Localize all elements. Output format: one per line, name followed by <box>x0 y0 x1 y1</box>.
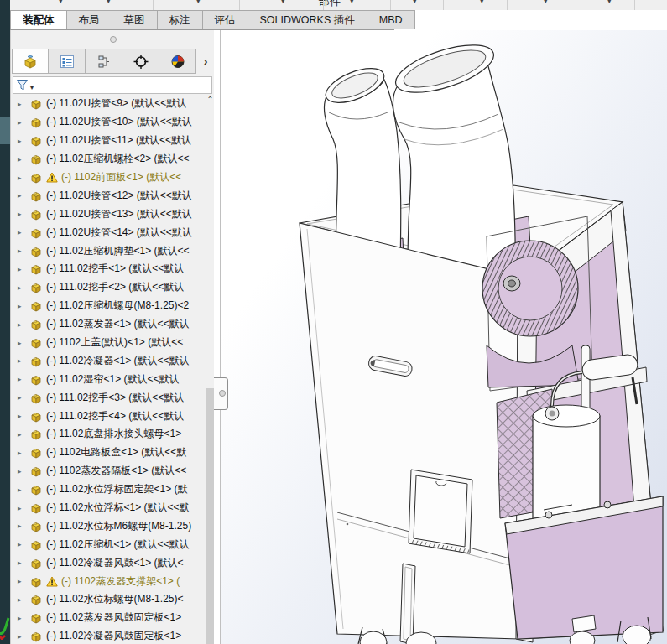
expand-arrow-icon[interactable]: ▸ <box>18 174 26 182</box>
ribbon-tab-7[interactable]: MBD <box>367 10 415 29</box>
expand-arrow-icon[interactable]: ▸ <box>18 632 26 641</box>
tree-item[interactable]: ▸ (-) 11.02冷凝器风鼓<1> (默认< <box>11 553 205 572</box>
part-icon <box>29 373 43 386</box>
solidworks-window: 部件 ▾▾▾▾▾▾▾▾▾ 装配体布局草图标注评估SOLIDWORKS 插件MBD <box>0 0 667 644</box>
expand-arrow-icon[interactable]: ▸ <box>18 375 26 383</box>
part-icon <box>29 593 43 605</box>
tab-dimxpert-manager[interactable] <box>122 49 159 74</box>
expand-arrow-icon[interactable]: ▸ <box>18 339 26 347</box>
panel-splitter[interactable] <box>214 30 221 644</box>
tree-item[interactable]: ▸ (-) 11.02U接管<9> (默认<<默认 <box>11 95 205 113</box>
part-icon <box>29 392 43 404</box>
panel-header[interactable] <box>11 30 215 49</box>
expand-arrow-icon[interactable]: ▸ <box>18 118 26 127</box>
expand-arrow-icon[interactable]: ▸ <box>18 191 26 200</box>
access-door[interactable] <box>409 470 472 553</box>
toolbar-separator <box>323 0 324 10</box>
expand-arrow-icon[interactable]: ▸ <box>18 558 26 567</box>
tree-item[interactable]: ▸ (-) 11.02水位标M6螺母(M8-1.25) <box>11 517 205 535</box>
expand-arrow-icon[interactable]: ▸ <box>18 504 26 512</box>
tree-item[interactable]: ▸ (-) 11.02U接管<12> (默认<<默认 <box>11 186 205 205</box>
expand-arrow-icon[interactable]: ▸ <box>18 467 26 475</box>
tab-property-manager[interactable] <box>49 49 86 74</box>
tree-item-label: (-) 1102前面板<1> (默认<< <box>61 170 181 184</box>
expand-arrow-icon[interactable]: ▸ <box>18 228 26 236</box>
tree-item[interactable]: ▸ (-) 11.02压缩机螺栓<2> (默认<< <box>11 150 205 169</box>
part-icon <box>29 465 43 477</box>
tree-item-label: (-) 111.02挖手<3> (默认<<默认 <box>46 391 184 405</box>
tree-item[interactable]: ▸ (-) 11.02U接管<10> (默认<<默认 <box>11 113 205 132</box>
expand-arrow-icon[interactable]: ▸ <box>18 540 26 548</box>
expand-arrow-icon[interactable]: ▸ <box>18 393 26 402</box>
ribbon-tab-5[interactable]: 评估 <box>203 10 248 29</box>
tree-item[interactable]: ▸ (-) 1102前面板<1> (默认<< <box>11 169 205 187</box>
expand-arrow-icon[interactable]: ▸ <box>18 210 26 218</box>
tree-item[interactable]: ▸ (-) 111.02挖手<1> (默认<<默认 <box>11 260 205 278</box>
expand-arrow-icon[interactable]: ▸ <box>18 449 26 457</box>
tree-item[interactable]: ▸ (-) 11.02U接管<11> (默认<<默认 <box>11 132 205 150</box>
tree-item[interactable]: ▸ (-) 11.02压缩机脚垫<1> (默认<< <box>11 242 205 260</box>
expand-arrow-icon[interactable]: ▸ <box>18 283 26 292</box>
warning-icon <box>46 576 58 587</box>
tree-item[interactable]: ▸ (-) 1102蒸发器隔板<1> (默认<< <box>11 462 205 480</box>
tree-item[interactable]: ▸ (-) 11.02蒸发器风鼓固定板<1> <box>11 609 205 627</box>
expand-arrow-icon[interactable]: ▸ <box>18 486 26 494</box>
property-manager-icon <box>59 54 76 70</box>
ribbon-tab-6[interactable]: SOLIDWORKS 插件 <box>248 10 367 29</box>
tree-item[interactable]: ▸ (-) 1102蒸发器支撑架<1> ( <box>11 572 205 590</box>
tree-item[interactable]: ▸ (-) 11.02湿帘<1> (默认<<默认 <box>11 370 205 388</box>
panel-splitter-handle[interactable] <box>214 377 228 410</box>
panel-tabs-overflow[interactable]: › <box>196 49 215 74</box>
ribbon-tab-2[interactable]: 布局 <box>67 10 112 29</box>
vent-slot[interactable] <box>400 564 415 644</box>
tree-item[interactable]: ▸ (-) 11.02水位标螺母(M8-1.25)< <box>11 590 205 609</box>
ribbon-tab-4[interactable]: 标注 <box>158 10 203 29</box>
tree-item[interactable]: ▸ (-) 1102电路板盒<1> (默认<<默 <box>11 444 205 462</box>
expand-arrow-icon[interactable]: ▸ <box>18 100 26 108</box>
expand-arrow-icon[interactable]: ▸ <box>18 614 26 622</box>
tree-item[interactable]: ▸ (-) 11.02冷凝器风鼓固定板<1> <box>11 627 205 644</box>
tree-item[interactable]: ▸ (-) 11.02U接管<13> (默认<<默认 <box>11 205 205 223</box>
tree-item-label: (-) 11.02U接管<11> (默认<<默认 <box>46 133 191 148</box>
tree-filter[interactable]: ▾ <box>13 76 212 94</box>
tree-item-label: (-) 11.02水位浮标<1> (默认<<默 <box>46 501 190 515</box>
tree-item-label: (-) 111.02挖手<4> (默认<<默认 <box>46 409 184 423</box>
expand-arrow-icon[interactable]: ▸ <box>18 137 26 145</box>
tree-item-label: (-) 11.02U接管<14> (默认<<默认 <box>46 226 192 240</box>
expand-arrow-icon[interactable]: ▸ <box>18 356 26 365</box>
tree-item[interactable]: ▸ (-) 1102上盖(默认)<1> (默认<< <box>11 334 205 352</box>
tab-display-manager[interactable] <box>159 49 196 74</box>
splitter-grip-icon <box>219 390 226 397</box>
toolbar-caret-icon: ▾ <box>607 0 612 5</box>
tree-item[interactable]: ▸ (-) 111.02挖手<2> (默认<<默认 <box>11 278 205 297</box>
expand-arrow-icon[interactable]: ▸ <box>18 247 26 255</box>
tree-item[interactable]: ▸ (-) 11.02水位浮标<1> (默认<<默 <box>11 499 205 517</box>
expand-arrow-icon[interactable]: ▸ <box>18 265 26 273</box>
expand-arrow-icon[interactable]: ▸ <box>18 412 26 420</box>
tree-item[interactable]: ▸ (-) 111.02挖手<4> (默认<<默认 <box>11 407 205 425</box>
expand-arrow-icon[interactable]: ▸ <box>18 522 26 530</box>
ribbon-tab-1[interactable]: 装配体 <box>10 10 67 29</box>
panel-tabs: › <box>12 49 215 75</box>
tree-item[interactable]: ▸ (-) 11.02压缩机<1> (默认<<默认 <box>11 535 205 553</box>
tree-item[interactable]: ▸ (-) 11.02压缩机螺母(M8-1.25)<2 <box>11 297 205 315</box>
expand-arrow-icon[interactable]: ▸ <box>18 320 26 329</box>
tree-item[interactable]: ▸ (-) 111.02挖手<3> (默认<<默认 <box>11 388 205 407</box>
tree-item[interactable]: ▸ (-) 11.02底盘排水接头螺母<1> <box>11 425 205 444</box>
tab-configuration-manager[interactable] <box>86 49 122 74</box>
expand-arrow-icon[interactable]: ▸ <box>18 155 26 164</box>
tree-item[interactable]: ▸ (-) 11.02U接管<14> (默认<<默认 <box>11 223 205 242</box>
tab-feature-manager[interactable] <box>12 49 49 74</box>
tree-item[interactable]: ▸ (-) 11.02冷凝器<1> (默认<<默认 <box>11 351 205 370</box>
tree-item-label: (-) 11.02U接管<13> (默认<<默认 <box>46 207 192 221</box>
model-canvas[interactable] <box>220 12 667 644</box>
part-icon <box>29 483 43 496</box>
ribbon-tab-3[interactable]: 草图 <box>112 10 158 29</box>
expand-arrow-icon[interactable]: ▸ <box>18 595 26 604</box>
expand-arrow-icon[interactable]: ▸ <box>18 577 26 585</box>
expand-arrow-icon[interactable]: ▸ <box>18 430 26 439</box>
tree-item[interactable]: ▸ (-) 11.02蒸发器<1> (默认<<默认 <box>11 315 205 334</box>
tree-item[interactable]: ▸ (-) 11.02水位浮标固定架<1> (默 <box>11 480 205 499</box>
expand-arrow-icon[interactable]: ▸ <box>18 302 26 310</box>
tree-item-label: (-) 11.02水位标M6螺母(M8-1.25) <box>46 519 191 533</box>
